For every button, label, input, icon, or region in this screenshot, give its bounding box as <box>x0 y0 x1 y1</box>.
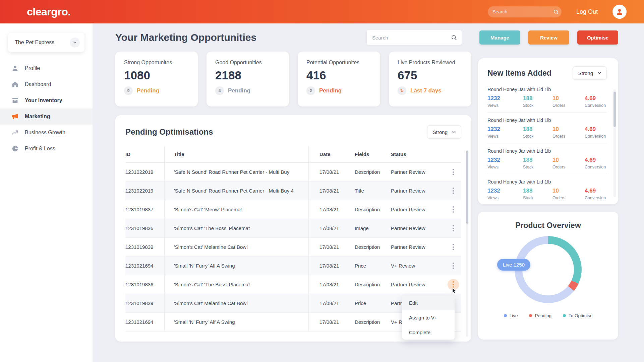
sidebar-item-label: Marketing <box>25 114 50 120</box>
table-row[interactable]: 1231022019 'Safe N Sound' Road Runner Pe… <box>125 182 461 200</box>
sidebar-item-label: Business Growth <box>25 130 65 136</box>
new-item-orders-label: Orders <box>552 165 585 169</box>
table-row[interactable]: 1231019837 'Simon's Cat' 'Meow' Placemat… <box>125 200 461 219</box>
main-search[interactable] <box>367 30 462 45</box>
new-item-row: Round Honey Jar with Lid 1lb 1232 Views … <box>487 143 607 174</box>
new-items-card: New Items Added Strong Round Honey <box>478 58 618 204</box>
cell-status: V+ Review <box>380 257 445 275</box>
row-kebab-menu-icon[interactable] <box>448 241 459 253</box>
sidebar-item-your-inventory[interactable]: Your Inventory <box>0 92 93 108</box>
new-item-stock-label: Stock <box>523 134 552 139</box>
cell-title: 'Safe N Sound' Road Runner Pet Carrier -… <box>164 182 308 200</box>
table-scrollbar-thumb[interactable] <box>466 151 468 224</box>
user-icon <box>11 65 19 72</box>
row-kebab-menu-icon[interactable] <box>448 166 459 178</box>
context-menu-item[interactable]: Complete <box>402 325 455 340</box>
table-header-row: ID Title Date Fields Status <box>125 146 461 163</box>
chevron-down-icon <box>597 71 602 75</box>
optimise-button[interactable]: Optimise <box>577 30 618 45</box>
stat-badge: ↻ <box>398 86 406 95</box>
product-overview-card: Product Overview Live 1250 Live <box>478 212 618 340</box>
cell-status: Partner Review <box>380 163 445 181</box>
home-icon <box>11 81 19 88</box>
sidebar-item-profile[interactable]: Profile <box>0 60 93 76</box>
stat-card: Good Opportunities 2188 4 Pending <box>207 52 289 106</box>
stat-badge: 9 <box>124 86 133 95</box>
new-item-views-value: 1232 <box>487 95 523 102</box>
cell-id: 1231019836 <box>125 219 164 237</box>
row-kebab-menu-icon[interactable] <box>448 185 459 197</box>
new-item-views-value: 1232 <box>487 126 523 133</box>
new-item-conversion-value: 4.69 <box>585 188 607 194</box>
sidebar-item-business-growth[interactable]: Business Growth <box>0 125 93 141</box>
logout-button[interactable]: Log Out <box>576 8 598 15</box>
table-row[interactable]: 1231019836 'Simon's Cat' 'The Boss' Plac… <box>125 219 461 238</box>
review-button[interactable]: Review <box>528 30 569 45</box>
sidebar-item-profit-loss[interactable]: Profit & Loss <box>0 141 93 157</box>
new-item-name: Round Honey Jar with Lid 1lb <box>487 118 607 123</box>
table-row[interactable]: 1231021694 'Small 'N' Furry' Alf A Swing… <box>125 257 461 275</box>
legend-label: Pending <box>535 313 551 318</box>
table-row[interactable]: 1231022019 'Safe N Sound' Road Runner Pe… <box>125 163 461 182</box>
row-kebab-menu-icon[interactable] <box>448 223 459 234</box>
new-item-stock-label: Stock <box>523 165 552 169</box>
cell-status: Partner Review <box>380 200 445 219</box>
cell-fields: Price <box>344 294 380 312</box>
new-item-views-value: 1232 <box>487 188 523 194</box>
new-items-filter-dropdown[interactable]: Strong <box>573 66 607 80</box>
cell-date: 17/08/21 <box>308 219 344 237</box>
table-row[interactable]: 1231019836 'Simon's Cat' 'The Boss' Plac… <box>125 275 461 294</box>
column-header-date: Date <box>308 146 344 162</box>
new-item-stock-value: 188 <box>523 126 552 133</box>
cell-fields: Title <box>344 182 380 200</box>
legend-label: Live <box>510 313 518 318</box>
chart-legend: Live Pending To Optimise <box>504 313 593 318</box>
sidebar-item-label: Profile <box>25 65 40 71</box>
manage-button[interactable]: Manage <box>479 30 520 45</box>
row-kebab-menu-icon[interactable] <box>448 204 459 215</box>
new-items-scrollbar-thumb[interactable] <box>613 92 616 127</box>
pending-filter-value: Strong <box>433 129 448 135</box>
stat-badge: 2 <box>306 86 315 95</box>
cell-title: 'Simon's Cat' Melamine Cat Bowl <box>164 238 308 256</box>
cell-date: 17/08/21 <box>308 294 344 312</box>
stat-card-value: 416 <box>306 69 371 82</box>
main-search-input[interactable] <box>367 30 462 45</box>
context-menu-item[interactable]: Assign to V+ <box>402 310 455 325</box>
account-selector[interactable]: The Pet Express <box>8 33 84 52</box>
new-item-stock-value: 188 <box>523 157 552 163</box>
new-item-orders-label: Orders <box>552 103 585 108</box>
pending-filter-dropdown[interactable]: Strong <box>427 125 461 139</box>
cell-title: 'Small 'N' Furry' Alf A Swing <box>164 257 308 275</box>
cell-id: 1231019839 <box>125 294 164 312</box>
cell-title: 'Small 'N' Furry' Alf A Swing <box>164 313 308 331</box>
stat-card-title: Strong Opportunites <box>124 60 189 66</box>
table-row[interactable]: 1231019839 'Simon's Cat' Melamine Cat Bo… <box>125 238 461 257</box>
new-item-stock-label: Stock <box>523 196 552 200</box>
new-item-name: Round Honey Jar with Lid 1lb <box>487 148 607 154</box>
row-kebab-menu-icon[interactable] <box>448 260 459 272</box>
sidebar-item-dashboard[interactable]: Dashboard <box>0 76 93 92</box>
stat-card: Potential Opportunites 416 2 Pending <box>298 52 380 106</box>
cell-id: 1231021694 <box>125 313 164 331</box>
search-icon <box>553 9 559 15</box>
user-avatar[interactable] <box>612 5 627 19</box>
row-kebab-menu-icon[interactable] <box>448 279 459 290</box>
legend-item: Pending <box>529 313 551 318</box>
header-search-input[interactable] <box>492 9 553 14</box>
stat-card-title: Live Products Reviewed <box>398 60 463 66</box>
cell-title: 'Simon's Cat' 'The Boss' Placemat <box>164 219 308 237</box>
new-item-views-label: Views <box>487 134 523 139</box>
new-item-name: Round Honey Jar with Lid 1lb <box>487 179 607 185</box>
growth-chart-icon <box>11 129 19 136</box>
header-search[interactable] <box>488 6 562 17</box>
pie-chart-icon <box>11 145 19 152</box>
new-item-views-label: Views <box>487 196 523 200</box>
context-menu-item[interactable]: Edit <box>402 295 455 310</box>
legend-dot-icon <box>529 314 532 317</box>
action-buttons: Manage Review Optimise <box>479 30 618 45</box>
new-item-name: Round Honey Jar with Lid 1lb <box>487 87 607 92</box>
sidebar: The Pet Express Profile Dashboard <box>0 23 93 362</box>
sidebar-item-marketing[interactable]: Marketing <box>0 108 93 125</box>
stat-subtext: Pending <box>228 87 250 94</box>
